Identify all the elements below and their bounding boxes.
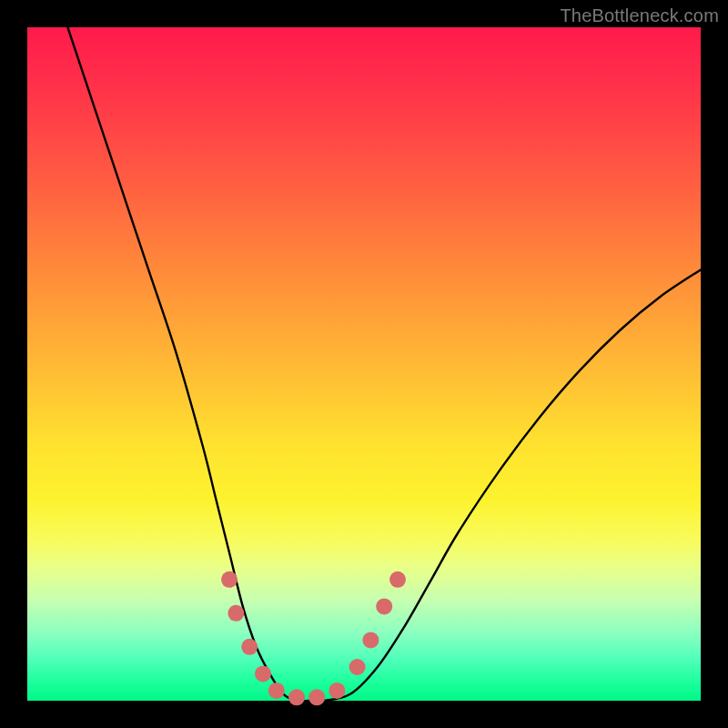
watermark-text: TheBottleneck.com	[560, 5, 719, 26]
marker-dot	[376, 598, 392, 614]
marker-dot	[228, 605, 244, 622]
marker-dot	[362, 632, 379, 648]
curve-svg	[27, 27, 701, 701]
plot-area	[27, 27, 701, 701]
marker-dot	[221, 571, 238, 588]
marker-dot	[389, 571, 406, 588]
optimal-range-markers	[221, 571, 406, 706]
marker-dot	[255, 665, 271, 682]
marker-dot	[241, 639, 258, 655]
marker-dot	[288, 689, 305, 705]
marker-dot	[349, 659, 366, 675]
marker-dot	[308, 689, 325, 705]
marker-dot	[329, 682, 345, 699]
chart-frame: TheBottleneck.com	[0, 0, 728, 728]
marker-dot	[268, 682, 285, 699]
